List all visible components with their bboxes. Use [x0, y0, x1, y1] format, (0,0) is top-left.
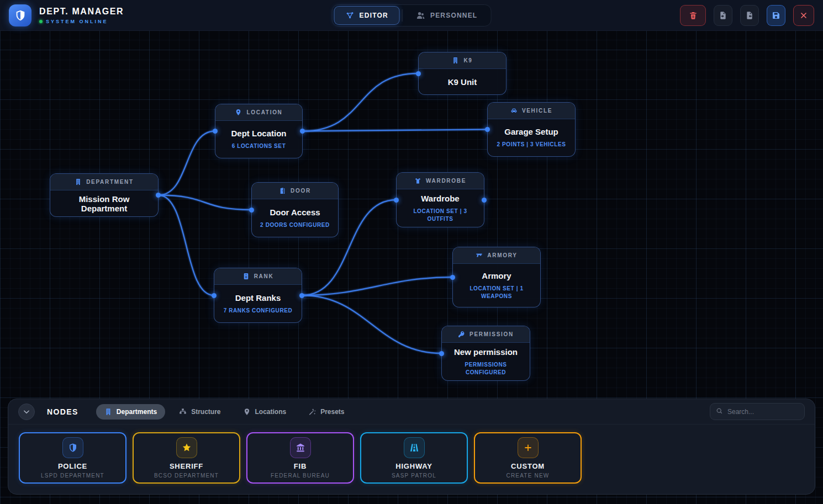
card-fib[interactable]: FIBFEDERAL BUREAU — [246, 432, 354, 484]
edge-dept-location-k9 — [303, 73, 418, 131]
building-icon — [452, 57, 459, 64]
card-subtitle: CREATE NEW — [507, 473, 550, 479]
node-armory[interactable]: ARMORYArmoryLOCATION SET | 1 WEAPONS — [452, 247, 541, 307]
port-right[interactable] — [300, 129, 305, 134]
search-icon — [716, 407, 723, 417]
delete-button[interactable] — [680, 5, 706, 26]
node-body: Door Access2 DOORS CONFIGURED — [252, 199, 338, 237]
node-subtitle: 6 LOCATIONS SET — [232, 142, 286, 150]
panel-tab-group: DepartmentsStructureLocationsPresets — [96, 404, 353, 420]
card-highway[interactable]: HIGHWAYSASP PATROL — [360, 432, 468, 484]
port-left[interactable] — [212, 293, 217, 298]
panel-tab-presets[interactable]: Presets — [300, 404, 352, 420]
node-type-label: RANK — [254, 273, 274, 279]
node-dept-location[interactable]: LOCATIONDept Location6 LOCATIONS SET — [215, 104, 303, 158]
edge-glow — [302, 277, 452, 295]
node-door[interactable]: DOORDoor Access2 DOORS CONFIGURED — [251, 182, 339, 237]
node-body: Dept Ranks7 RANKS CONFIGURED — [214, 285, 302, 322]
node-subtitle: LOCATION SET | 1 WEAPONS — [461, 285, 532, 300]
panel-collapse-button chevron-down-icon[interactable] — [18, 404, 35, 420]
edge-mission-row-door — [159, 195, 251, 210]
node-type-header: WARDROBE — [397, 173, 484, 189]
node-ranks[interactable]: RANKDept Ranks7 RANKS CONFIGURED — [214, 268, 302, 323]
trash-icon — [689, 11, 698, 20]
door-icon — [279, 187, 286, 194]
port-left[interactable] — [249, 208, 254, 213]
node-type-label: LOCATION — [246, 109, 282, 115]
node-permission[interactable]: PERMISSIONNew permissionPERMISSIONS CONF… — [441, 326, 530, 381]
close-icon — [799, 11, 808, 20]
node-title: Dept Ranks — [235, 293, 281, 303]
save-button[interactable] — [767, 5, 785, 26]
app-logo shield-icon — [9, 4, 31, 26]
panel-tab-locations[interactable]: Locations — [235, 404, 295, 420]
plus-icon — [523, 443, 533, 453]
card-subtitle: SASP PATROL — [392, 473, 436, 479]
tab-label: PERSONNEL — [430, 12, 477, 19]
nodes-panel-header: NODES DepartmentsStructureLocationsPrese… — [8, 399, 815, 425]
panel-tab-structure[interactable]: Structure — [171, 404, 229, 420]
file-export-icon — [745, 11, 754, 20]
node-type-header: DOOR — [252, 183, 338, 199]
node-type-header: DEPARTMENT — [50, 174, 158, 190]
card-icon-tile — [176, 437, 197, 458]
pin-icon — [243, 408, 251, 416]
node-body: Garage Setup2 POINTS | 3 VEHICLES — [488, 119, 575, 156]
port-left[interactable] — [416, 71, 421, 76]
tab-editor[interactable]: EDITOR — [334, 6, 400, 25]
export-button[interactable] — [740, 5, 759, 26]
search-box[interactable] — [710, 403, 805, 420]
rank-icon — [242, 273, 250, 280]
department-cards: POLICELSPD DEPARTMENTSHERIFFBCSO DEPARTM… — [8, 425, 815, 491]
edge-glow — [302, 295, 441, 353]
node-wardrobe[interactable]: WARDROBEWardrobeLOCATION SET | 3 OUTFITS — [396, 172, 484, 227]
port-right[interactable] — [156, 193, 161, 198]
app-title: DEPT. MANAGER — [39, 7, 124, 17]
node-subtitle: PERMISSIONS CONFIGURED — [450, 361, 522, 376]
port-left[interactable] — [213, 129, 218, 134]
panel-title: NODES — [47, 407, 78, 416]
node-type-label: DEPARTMENT — [86, 179, 134, 185]
edge-dept-location-garage — [303, 130, 487, 131]
card-sheriff[interactable]: SHERIFFBCSO DEPARTMENT — [133, 432, 240, 484]
brand: DEPT. MANAGER SYSTEM ONLINE — [39, 7, 124, 24]
close-button[interactable] — [793, 5, 814, 26]
port-right[interactable] — [482, 198, 487, 203]
port-right[interactable] — [299, 293, 304, 298]
node-title: Dept Location — [231, 129, 287, 138]
card-police[interactable]: POLICELSPD DEPARTMENT — [19, 432, 126, 484]
node-type-header: K9 — [419, 52, 506, 69]
node-type-header: PERMISSION — [442, 326, 530, 343]
node-body: Dept Location6 LOCATIONS SET — [215, 121, 302, 158]
search-input[interactable] — [727, 408, 799, 416]
node-type-header: VEHICLE — [488, 103, 575, 119]
header-actions — [680, 5, 814, 26]
node-mission-row[interactable]: DEPARTMENTMission Row Department — [50, 173, 159, 217]
node-title: Armory — [482, 271, 511, 280]
shirt-icon — [414, 177, 421, 184]
gun-icon — [476, 252, 483, 259]
panel-tab-departments[interactable]: Departments — [96, 404, 165, 420]
tab-divider — [402, 9, 403, 22]
edge-mission-row-ranks — [159, 195, 214, 296]
card-title: SHERIFF — [170, 462, 203, 470]
node-title: K9 Unit — [448, 77, 477, 87]
tab-personnel[interactable]: PERSONNEL — [405, 6, 489, 25]
port-left[interactable] — [439, 351, 444, 356]
node-body: WardrobeLOCATION SET | 3 OUTFITS — [397, 189, 484, 227]
save-icon — [772, 11, 780, 20]
node-body: New permissionPERMISSIONS CONFIGURED — [442, 343, 530, 380]
node-k9[interactable]: K9K9 Unit — [418, 52, 507, 95]
panel-tab-label: Departments — [117, 408, 157, 416]
port-left[interactable] — [485, 127, 490, 132]
panel-tab-label: Presets — [320, 408, 344, 416]
import-button[interactable] — [714, 5, 732, 26]
port-left[interactable] — [394, 198, 399, 203]
card-title: POLICE — [58, 462, 87, 470]
card-custom[interactable]: CUSTOMCREATE NEW — [474, 432, 582, 484]
wand-icon — [308, 408, 316, 416]
port-left[interactable] — [450, 275, 455, 280]
edge-ranks-armory — [302, 277, 452, 295]
node-garage[interactable]: VEHICLEGarage Setup2 POINTS | 3 VEHICLES — [487, 102, 576, 157]
card-subtitle: FEDERAL BUREAU — [271, 473, 330, 479]
